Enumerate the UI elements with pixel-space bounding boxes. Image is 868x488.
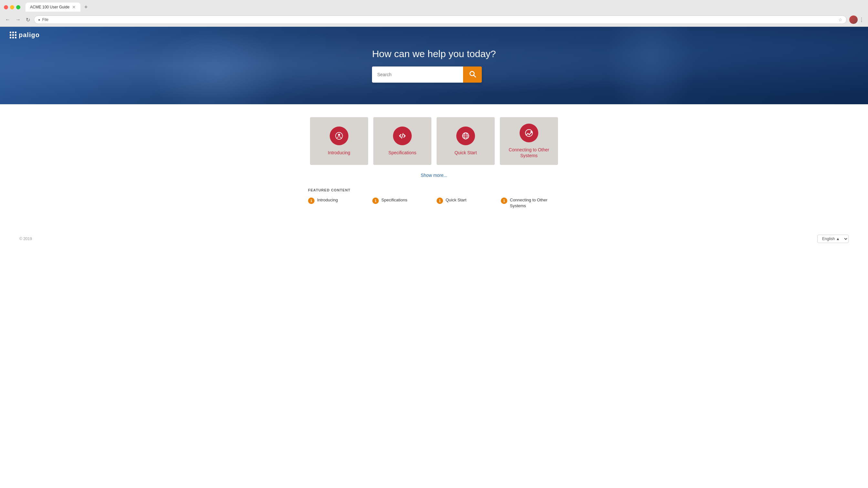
paligo-logo[interactable]: paligo [10,31,40,39]
copyright-text: © 2019 [20,236,32,241]
card-specifications[interactable]: Specifications [373,117,431,165]
show-more-link[interactable]: Show more... [421,173,447,178]
featured-item-introducing[interactable]: 1 Introducing [308,197,367,209]
more-menu-button[interactable]: ⋮ [859,17,864,23]
address-text: File [42,18,49,22]
chart-icon [525,129,533,137]
svg-point-1 [338,134,340,136]
avatar[interactable] [849,15,858,24]
featured-badge-connecting: 1 [501,197,507,204]
profile-area: ⋮ [849,15,864,24]
logo-area: paligo [10,31,40,39]
browser-addressbar: ← → ↻ ● File ☆ ⋮ [0,14,868,27]
person-circle-icon [335,132,343,140]
bookmark-icon[interactable]: ☆ [838,17,842,22]
browser-titlebar: ACME 100 User Guide ✕ + [0,0,868,14]
card-label-quick-start: Quick Start [454,150,476,156]
minimize-dot[interactable] [10,5,14,9]
search-button[interactable] [463,66,482,83]
featured-label-quick-start: Quick Start [445,197,466,203]
tab-title: ACME 100 User Guide [30,5,69,9]
browser-chrome: ACME 100 User Guide ✕ + ← → ↻ ● File ☆ ⋮ [0,0,868,27]
favicon: ● [38,18,40,22]
window-controls [4,5,20,9]
hero-content: How can we help you today? [372,48,496,83]
search-icon [468,70,476,78]
logo-grid-icon [10,32,17,39]
svg-rect-8 [525,129,532,136]
search-bar [372,66,482,83]
logo-text: paligo [19,31,40,39]
back-button[interactable]: ← [4,16,11,23]
card-connecting[interactable]: Connecting to Other Systems [500,117,558,165]
cards-grid: Introducing Specifications [310,117,558,165]
card-icon-specifications [393,127,412,145]
featured-item-quick-start[interactable]: 1 Quick Start [437,197,496,209]
svg-line-2 [402,133,403,138]
card-label-specifications: Specifications [389,150,416,156]
featured-label-introducing: Introducing [317,197,338,203]
featured-item-specifications[interactable]: 1 Specifications [372,197,431,209]
globe-icon [461,132,470,140]
card-icon-connecting [520,124,538,142]
language-selector[interactable]: English ▲ [817,235,848,243]
featured-section: FEATURED CONTENT 1 Introducing 1 Specifi… [289,188,579,222]
card-label-connecting: Connecting to Other Systems [500,147,558,159]
featured-item-connecting[interactable]: 1 Connecting to Other Systems [501,197,560,209]
card-label-introducing: Introducing [328,150,350,156]
browser-tab[interactable]: ACME 100 User Guide ✕ [26,3,81,11]
forward-button[interactable]: → [14,16,22,23]
featured-label-connecting: Connecting to Other Systems [510,197,560,209]
cards-section: Introducing Specifications [0,104,868,228]
hero-section: paligo How can we help you today? [0,27,868,104]
card-introducing[interactable]: Introducing [310,117,368,165]
code-icon [398,132,407,140]
new-tab-button[interactable]: + [84,4,88,11]
close-dot[interactable] [4,5,8,9]
maximize-dot[interactable] [16,5,20,9]
hero-title: How can we help you today? [372,48,496,59]
card-quick-start[interactable]: Quick Start [437,117,495,165]
featured-badge-specifications: 1 [372,197,379,204]
search-input[interactable] [372,66,463,83]
page: paligo How can we help you today? [0,27,868,250]
featured-label-specifications: Specifications [381,197,407,203]
page-footer: © 2019 English ▲ [0,228,868,250]
featured-badge-quick-start: 1 [437,197,443,204]
tab-close-button[interactable]: ✕ [72,4,76,10]
card-icon-quick-start [456,127,475,145]
card-icon-introducing [330,127,348,145]
address-bar[interactable]: ● File ☆ [34,15,847,24]
featured-badge-introducing: 1 [308,197,314,204]
featured-title: FEATURED CONTENT [308,188,560,192]
featured-grid: 1 Introducing 1 Specifications 1 Quick S… [308,197,560,209]
refresh-button[interactable]: ↻ [25,16,31,24]
